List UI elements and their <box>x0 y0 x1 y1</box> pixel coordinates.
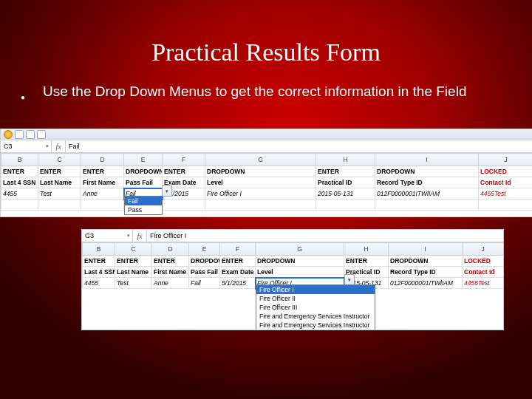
col-letter[interactable]: C <box>38 154 81 166</box>
cell[interactable]: DROPDOWN <box>389 256 463 267</box>
col-letter[interactable]: I <box>389 243 463 256</box>
cell[interactable]: ENTER <box>115 256 152 267</box>
cell[interactable]: ENTER <box>38 166 81 177</box>
cell[interactable] <box>1 200 38 211</box>
cell[interactable]: 4455 <box>1 188 38 200</box>
cell[interactable]: Level <box>256 267 344 278</box>
cell[interactable]: DROPDOWN <box>256 256 344 267</box>
cell[interactable]: DROPDOWN <box>205 166 316 177</box>
cell[interactable]: Last Name <box>38 177 81 188</box>
cell[interactable]: First Name <box>152 267 189 278</box>
cell[interactable]: Pass Fail <box>124 177 163 188</box>
cell[interactable] <box>38 200 81 211</box>
redo-icon[interactable] <box>37 130 46 139</box>
cell[interactable]: 012F0000001ITWlIAM <box>375 188 479 200</box>
col-letter[interactable]: B <box>1 154 38 166</box>
fx-icon[interactable]: fx <box>133 230 147 242</box>
table-row: 4455 Test Anne Fail 5/1/2015 Fire Office… <box>1 188 533 200</box>
col-letter[interactable]: G <box>256 243 344 256</box>
cell[interactable]: Record Type ID <box>389 267 463 278</box>
cell[interactable]: Pass Fail <box>189 267 220 278</box>
cell[interactable]: Last 4 SSN <box>83 267 115 278</box>
cell[interactable]: ENTER <box>163 166 205 177</box>
dropdown-list[interactable]: Fire Officer I Fire Officer II Fire Offi… <box>256 284 375 330</box>
cell[interactable]: LOCKED <box>479 166 533 177</box>
col-letter[interactable]: H <box>344 243 389 256</box>
col-letter[interactable]: E <box>124 154 163 166</box>
dropdown-item[interactable]: Fire and Emergency Services Instructor <box>256 330 375 330</box>
cell[interactable] <box>375 200 479 211</box>
col-letter[interactable]: D <box>152 243 189 256</box>
cell[interactable]: Fire Officer I <box>205 188 316 200</box>
col-letter[interactable]: H <box>316 154 375 166</box>
name-box[interactable]: C3 ▾ <box>1 140 52 152</box>
col-letter[interactable]: F <box>163 154 205 166</box>
col-letter[interactable]: C <box>115 243 152 256</box>
cell[interactable]: ENTER <box>81 166 124 177</box>
cell[interactable]: DROPDOWN <box>375 166 479 177</box>
dropdown-button[interactable]: ▾ <box>344 274 355 285</box>
dropdown-button[interactable]: ▾ <box>162 185 172 197</box>
formula-input[interactable]: Fire Officer I <box>147 230 503 242</box>
cell[interactable]: ENTER <box>83 256 115 267</box>
cell[interactable]: Record Type ID <box>375 177 479 188</box>
cell[interactable]: Test <box>38 188 81 200</box>
cell[interactable]: ENTER <box>220 256 256 267</box>
cell[interactable]: Contact Id <box>479 177 533 188</box>
cell[interactable] <box>81 200 124 211</box>
cell[interactable]: Practical ID <box>316 177 375 188</box>
cell[interactable]: 012F0000001ITWlIAM <box>389 278 463 289</box>
undo-icon[interactable] <box>26 130 35 139</box>
cell[interactable]: ENTER <box>344 256 389 267</box>
office-button-icon[interactable] <box>4 130 13 139</box>
cell[interactable] <box>479 200 533 211</box>
fx-icon[interactable]: fx <box>52 140 66 152</box>
cell[interactable]: 4455Test <box>463 278 504 289</box>
cell[interactable]: ENTER <box>152 256 189 267</box>
dropdown-item[interactable]: Pass <box>125 205 162 214</box>
cell[interactable]: Last 4 SSN <box>1 177 38 188</box>
cell[interactable]: 5/1/2015 <box>220 278 256 289</box>
cell[interactable]: ENTER <box>316 166 375 177</box>
cell[interactable] <box>316 200 375 211</box>
name-box[interactable]: G3 ▾ <box>82 230 133 242</box>
col-letter[interactable]: B <box>83 243 115 256</box>
col-letter[interactable]: J <box>479 154 533 166</box>
col-letter[interactable]: D <box>81 154 124 166</box>
dropdown-item[interactable]: Fail <box>125 197 162 205</box>
cell[interactable]: DROPDOWN <box>124 166 163 177</box>
col-letter[interactable]: F <box>220 243 256 256</box>
cell[interactable]: ENTER <box>1 166 38 177</box>
cell[interactable]: 2015-05-131 <box>316 188 375 200</box>
cell[interactable]: Anne <box>81 188 124 200</box>
cell[interactable]: DROPDOWN <box>189 256 220 267</box>
cell[interactable]: Exam Date <box>220 267 256 278</box>
cell[interactable]: Fail <box>189 278 220 289</box>
dropdown-item[interactable]: Fire Officer III <box>256 303 375 312</box>
dropdown-list[interactable]: Fail Pass <box>124 196 163 215</box>
cell[interactable]: Test <box>115 278 152 289</box>
cell[interactable]: 4455Test <box>479 188 533 200</box>
col-letter[interactable]: E <box>189 243 220 256</box>
save-icon[interactable] <box>15 130 24 139</box>
cell[interactable]: Anne <box>152 278 189 289</box>
cell[interactable]: Contact Id <box>463 267 504 278</box>
cell[interactable]: Level <box>205 177 316 188</box>
cell[interactable] <box>163 200 205 211</box>
spreadsheet-grid: B C D E F G H I J ENTER ENTER ENTER DROP… <box>1 153 532 211</box>
cell[interactable]: First Name <box>81 177 124 188</box>
dropdown-item[interactable]: Fire Officer II <box>256 294 375 303</box>
cell[interactable]: Last Name <box>115 267 152 278</box>
dropdown-item[interactable]: Fire Officer I <box>256 285 375 294</box>
col-letter[interactable]: J <box>463 243 504 256</box>
column-header-row: B C D E F G H I J <box>1 154 533 166</box>
table-row <box>1 200 533 211</box>
dropdown-item[interactable]: Fire and Emergency Services Instructor <box>256 321 375 330</box>
dropdown-item[interactable]: Fire and Emergency Services Instructor <box>256 312 375 321</box>
formula-input[interactable]: Fail <box>66 140 532 152</box>
cell[interactable]: LOCKED <box>463 256 504 267</box>
col-letter[interactable]: I <box>375 154 479 166</box>
cell[interactable]: 4455 <box>83 278 115 289</box>
cell[interactable] <box>205 200 316 211</box>
col-letter[interactable]: G <box>205 154 316 166</box>
